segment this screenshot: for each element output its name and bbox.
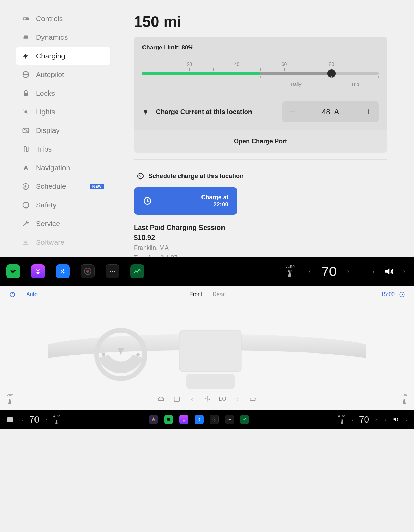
sidebar-item-locks[interactable]: Locks <box>16 84 110 102</box>
energy-app-icon[interactable] <box>130 264 144 278</box>
sidebar-item-navigation[interactable]: Navigation <box>16 159 110 177</box>
temp-right-up[interactable]: › <box>374 415 378 424</box>
seat-heater-left-front[interactable]: Auto <box>6 393 14 405</box>
daily-label: Daily <box>290 81 301 87</box>
temp-up-button[interactable]: › <box>344 265 352 278</box>
volume-up-button[interactable]: › <box>405 415 409 424</box>
last-session-location: Franklin, MA <box>134 244 387 252</box>
fan-up-button[interactable]: › <box>234 393 241 406</box>
sidebar-item-schedule[interactable]: Schedule NEW <box>16 177 110 195</box>
charge-at-text: Charge at 22:00 <box>201 194 228 209</box>
tick-label: 20 <box>187 61 192 67</box>
tab-rear[interactable]: Rear <box>213 291 225 298</box>
speaker-icon[interactable] <box>392 416 400 423</box>
temp-left-down[interactable]: ‹ <box>20 415 24 424</box>
energy-app-icon[interactable] <box>240 415 249 424</box>
power-icon[interactable] <box>9 291 16 298</box>
sidebar-item-lights[interactable]: Lights <box>16 103 110 121</box>
svg-point-32 <box>7 421 9 422</box>
sidebar-item-display[interactable]: Display <box>16 122 110 139</box>
car-icon[interactable] <box>5 414 15 425</box>
volume-down-button[interactable]: ‹ <box>383 415 388 424</box>
clock-icon[interactable] <box>399 291 405 298</box>
podcasts-app-icon[interactable] <box>179 415 188 424</box>
decrease-current-button[interactable]: − <box>282 101 303 122</box>
temp-left[interactable]: 70 <box>29 414 39 425</box>
charge-limit-slider[interactable]: 20 40 60 80 Daily <box>142 61 379 88</box>
car-icon <box>22 33 30 41</box>
sidebar-item-dynamics[interactable]: Dynamics <box>16 28 110 46</box>
svg-point-27 <box>136 353 140 356</box>
svg-point-1 <box>24 18 26 20</box>
temp-left-up[interactable]: › <box>44 415 49 424</box>
new-badge: NEW <box>90 184 104 189</box>
defrost-rear-icon[interactable] <box>172 395 181 403</box>
climate-auto-button[interactable]: Auto <box>26 291 38 298</box>
volume-up-button[interactable]: › <box>400 265 408 278</box>
svg-point-18 <box>110 271 111 272</box>
dashcam-app-icon[interactable] <box>81 264 95 278</box>
svg-point-38 <box>228 419 229 420</box>
seat-heater-right-mini[interactable]: Auto <box>338 414 345 425</box>
svg-point-40 <box>230 419 231 420</box>
sidebar-item-label: Navigation <box>36 164 104 172</box>
sidebar-item-autopilot[interactable]: Autopilot <box>16 66 110 84</box>
svg-point-33 <box>11 421 13 422</box>
sidebar-item-label: Dynamics <box>36 33 104 41</box>
more-apps-icon[interactable] <box>225 415 234 424</box>
temp-right-down[interactable]: ‹ <box>350 415 354 424</box>
app-dock: Auto ‹ 70 › ‹ › <box>0 257 414 286</box>
sidebar-item-label: Display <box>36 126 104 135</box>
toggle-icon <box>22 15 30 22</box>
sidebar-item-charging[interactable]: Charging <box>16 47 110 65</box>
schedule-charge-row[interactable]: Schedule charge at this location <box>134 170 387 182</box>
temp-down-button[interactable]: ‹ <box>306 265 314 278</box>
seat-auto-label: Auto <box>401 393 407 397</box>
airflow-icon[interactable] <box>249 395 257 403</box>
climate-bottom-bar: Auto ‹ LO › Auto <box>0 388 414 410</box>
dashcam-app-icon[interactable] <box>210 415 219 424</box>
schedule-label: Schedule charge at this location <box>148 173 244 180</box>
sidebar-item-safety[interactable]: Safety <box>16 196 110 214</box>
sidebar-item-label: Schedule <box>36 182 84 191</box>
seat-heater-right-front[interactable]: Auto <box>400 393 408 405</box>
fan-icon[interactable] <box>204 395 211 403</box>
tab-front[interactable]: Front <box>189 291 202 298</box>
bluetooth-app-icon[interactable] <box>195 415 204 424</box>
svg-rect-4 <box>24 93 28 96</box>
bolt-icon <box>22 52 30 60</box>
defrost-front-icon[interactable] <box>157 395 165 403</box>
spotify-app-icon[interactable] <box>164 415 173 424</box>
podcasts-app-icon[interactable] <box>31 264 45 278</box>
svg-point-3 <box>25 74 27 76</box>
nav-app-icon[interactable] <box>149 415 158 424</box>
volume-down-button[interactable]: ‹ <box>370 265 377 278</box>
climate-schedule-time[interactable]: 15:00 <box>381 291 395 298</box>
sidebar-item-label: Safety <box>36 201 104 209</box>
trip-label: Trip <box>351 81 359 87</box>
fan-mode: LO <box>219 396 226 402</box>
seat-heater-left-mini[interactable]: Auto <box>53 414 60 425</box>
more-apps-icon[interactable] <box>106 264 119 278</box>
fan-down-button[interactable]: ‹ <box>188 393 196 406</box>
sidebar-item-software[interactable]: Software <box>16 233 110 251</box>
lock-icon <box>22 89 30 97</box>
svg-point-17 <box>86 270 89 273</box>
sidebar-item-controls[interactable]: Controls <box>16 10 110 28</box>
bottom-dock: ‹ 70 › Auto Auto ‹ 70 › ‹ › <box>0 410 414 429</box>
svg-point-19 <box>112 271 113 272</box>
sidebar-item-service[interactable]: Service <box>16 215 110 233</box>
seat-heater-left[interactable]: Auto <box>286 264 295 279</box>
sidebar-item-trips[interactable]: Trips <box>16 140 110 158</box>
speaker-icon[interactable] <box>384 266 394 277</box>
climate-panel: Auto Front Rear 15:00 <box>0 286 414 410</box>
spotify-app-icon[interactable] <box>6 264 20 278</box>
schedule-bolt-icon <box>137 172 144 180</box>
temp-right[interactable]: 70 <box>359 414 369 425</box>
charge-at-button[interactable]: Charge at 22:00 <box>134 187 237 215</box>
cabin-temp[interactable]: 70 <box>322 264 337 279</box>
settings-panel: Controls Dynamics Charging Autopilot Loc… <box>0 0 414 257</box>
open-charge-port-button[interactable]: Open Charge Port <box>134 130 387 153</box>
increase-current-button[interactable]: + <box>358 101 379 122</box>
bluetooth-app-icon[interactable] <box>56 264 70 278</box>
